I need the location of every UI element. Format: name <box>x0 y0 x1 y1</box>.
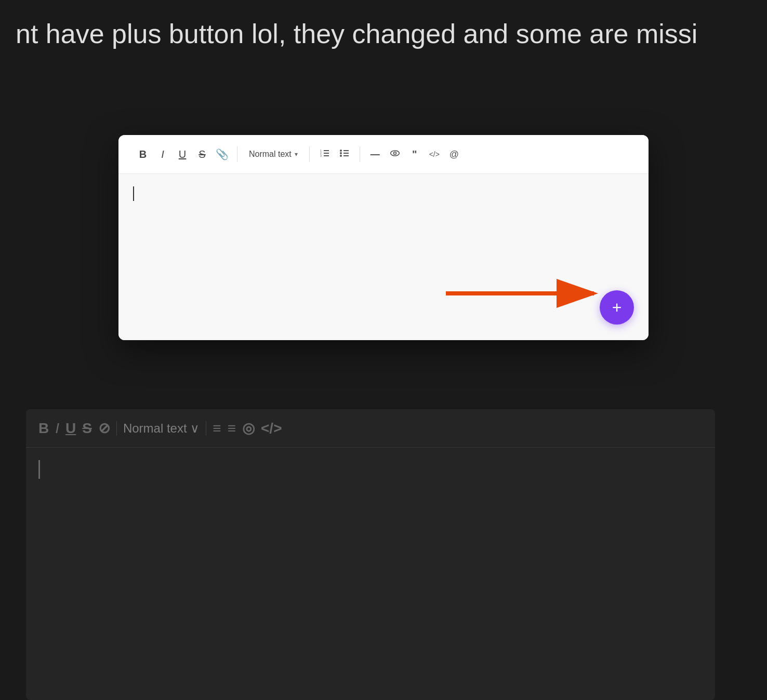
arrow-svg <box>441 278 607 309</box>
svg-point-12 <box>390 151 399 156</box>
svg-point-9 <box>340 150 342 152</box>
bold-button[interactable]: B <box>133 144 153 164</box>
toolbar-separator-2 <box>309 146 310 162</box>
plus-button[interactable]: + <box>600 290 634 325</box>
paperclip-icon: 📎 <box>216 148 229 160</box>
mention-button[interactable]: @ <box>444 144 464 164</box>
ghost-separator-2 <box>206 421 206 436</box>
quote-icon: " <box>412 149 417 160</box>
unordered-list-icon <box>339 148 350 161</box>
arrow-annotation <box>441 278 607 309</box>
divider-icon: — <box>371 149 380 160</box>
text-style-dropdown[interactable]: Normal text ▾ <box>243 146 304 162</box>
code-icon: </> <box>429 150 440 158</box>
divider-button[interactable]: — <box>365 144 385 164</box>
svg-point-10 <box>340 152 342 154</box>
svg-point-13 <box>393 152 396 154</box>
ghost-strike-btn: S <box>82 420 92 437</box>
quote-button[interactable]: " <box>405 144 425 164</box>
unordered-list-button[interactable] <box>335 144 354 164</box>
toolbar-separator-1 <box>237 146 237 162</box>
mention-icon: @ <box>449 149 459 160</box>
ghost-editor-background: B I U S ⊘ Normal text ∨ ≡ ≡ ◎ </> <box>26 409 715 700</box>
ghost-separator-1 <box>116 421 117 436</box>
ghost-eye-btn: ◎ <box>242 420 255 437</box>
svg-point-11 <box>340 155 342 157</box>
editor-content[interactable] <box>118 174 649 340</box>
editor-panel: B I U S 📎 Normal text ▾ 1 <box>118 135 649 340</box>
ghost-italic-btn: I <box>55 420 59 437</box>
ordered-list-icon: 1 2 3 <box>320 148 330 161</box>
italic-button[interactable]: I <box>153 144 173 164</box>
ghost-underline-btn: U <box>65 420 76 437</box>
svg-text:3: 3 <box>320 154 322 157</box>
text-cursor <box>133 186 134 201</box>
ghost-code-btn: </> <box>261 420 282 437</box>
ghost-dropdown: Normal text ∨ <box>123 421 200 436</box>
ghost-attach-btn: ⊘ <box>98 420 110 437</box>
ghost-content <box>26 448 715 491</box>
code-button[interactable]: </> <box>425 144 444 164</box>
plus-icon: + <box>612 299 622 316</box>
eye-button[interactable] <box>385 144 405 164</box>
attachment-button[interactable]: 📎 <box>212 144 232 164</box>
strikethrough-button[interactable]: S <box>192 144 212 164</box>
eye-icon <box>390 148 400 161</box>
ordered-list-button[interactable]: 1 2 3 <box>315 144 335 164</box>
ghost-toolbar: B I U S ⊘ Normal text ∨ ≡ ≡ ◎ </> <box>26 409 715 448</box>
ghost-cursor <box>38 460 40 479</box>
background-text: nt have plus button lol, they changed an… <box>0 0 767 68</box>
underline-button[interactable]: U <box>173 144 192 164</box>
editor-toolbar: B I U S 📎 Normal text ▾ 1 <box>118 135 649 174</box>
chevron-down-icon: ▾ <box>295 151 298 158</box>
ghost-bold-btn: B <box>38 420 49 437</box>
ghost-ol-btn: ≡ <box>213 420 221 437</box>
toolbar-separator-3 <box>360 146 360 162</box>
ghost-ul-btn: ≡ <box>228 420 236 437</box>
